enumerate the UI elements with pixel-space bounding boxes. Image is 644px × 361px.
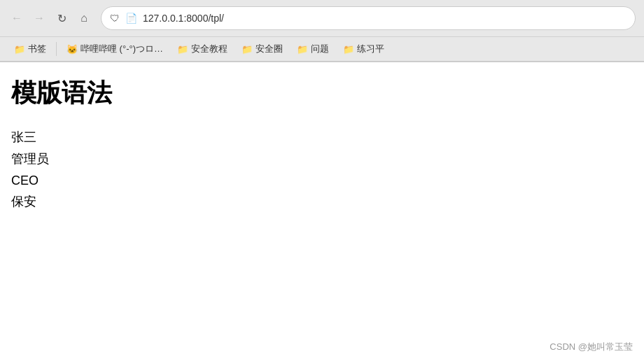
bookmark-label: 问题 bbox=[311, 43, 329, 55]
back-button[interactable]: ← bbox=[8, 10, 25, 27]
reload-button[interactable]: ↻ bbox=[53, 10, 70, 27]
list-item-ceo: CEO bbox=[11, 171, 633, 191]
bookmark-label: 安全圈 bbox=[255, 43, 283, 55]
home-button[interactable]: ⌂ bbox=[76, 10, 92, 27]
page-content: 模版语法 张三 管理员 CEO 保安 CSDN @她叫常玉莹 bbox=[0, 62, 644, 361]
shield-icon: 🛡 bbox=[110, 13, 120, 24]
browser-toolbar: ← → ↻ ⌂ 🛡 📄 bbox=[0, 0, 644, 36]
bilibili-icon: 🐱 bbox=[66, 44, 78, 55]
bookmark-anquan-jiaocheng[interactable]: 📁 安全教程 bbox=[172, 41, 233, 57]
folder-icon: 📁 bbox=[14, 44, 25, 55]
folder-icon: 📁 bbox=[297, 44, 308, 55]
folder-icon: 📁 bbox=[343, 44, 354, 55]
list-item-baoan: 保安 bbox=[11, 192, 633, 212]
nav-buttons: ← → ↻ ⌂ bbox=[8, 10, 92, 27]
forward-arrow-icon: → bbox=[34, 12, 45, 24]
address-input[interactable] bbox=[143, 13, 626, 24]
content-list: 张三 管理员 CEO 保安 bbox=[11, 127, 633, 212]
bookmark-shuqian[interactable]: 📁 书签 bbox=[8, 41, 52, 57]
bookmark-wenti[interactable]: 📁 问题 bbox=[291, 41, 335, 57]
bookmark-label: 书签 bbox=[28, 43, 46, 55]
reload-icon: ↻ bbox=[57, 12, 66, 25]
address-bar-container[interactable]: 🛡 📄 bbox=[101, 6, 636, 30]
folder-icon: 📁 bbox=[177, 44, 188, 55]
folder-icon: 📁 bbox=[241, 44, 253, 55]
page-title: 模版语法 bbox=[11, 76, 633, 111]
bookmark-label: 练习平 bbox=[357, 43, 384, 55]
bookmark-label: 安全教程 bbox=[191, 43, 227, 55]
forward-button[interactable]: → bbox=[31, 10, 48, 27]
bookmark-anquanquan[interactable]: 📁 安全圈 bbox=[236, 41, 288, 57]
bookmark-bilibili[interactable]: 🐱 哔哩哔哩 (°-°)つロ… bbox=[61, 41, 169, 57]
list-item-zhangsan: 张三 bbox=[11, 127, 633, 148]
list-item-guanliyuan: 管理员 bbox=[11, 149, 633, 169]
divider bbox=[56, 42, 57, 56]
bookmark-lianxi-ping[interactable]: 📁 练习平 bbox=[337, 41, 390, 57]
csdn-watermark: CSDN @她叫常玉莹 bbox=[550, 341, 633, 353]
back-arrow-icon: ← bbox=[11, 12, 22, 24]
page-icon: 📄 bbox=[125, 13, 137, 24]
browser-chrome: ← → ↻ ⌂ 🛡 📄 📁 书签 🐱 哔哩哔哩 (°-°)つロ… bbox=[0, 0, 644, 62]
home-icon: ⌂ bbox=[80, 12, 88, 24]
bookmark-label: 哔哩哔哩 (°-°)つロ… bbox=[80, 43, 163, 55]
bookmarks-bar: 📁 书签 🐱 哔哩哔哩 (°-°)つロ… 📁 安全教程 📁 安全圈 📁 问题 📁… bbox=[0, 36, 644, 62]
